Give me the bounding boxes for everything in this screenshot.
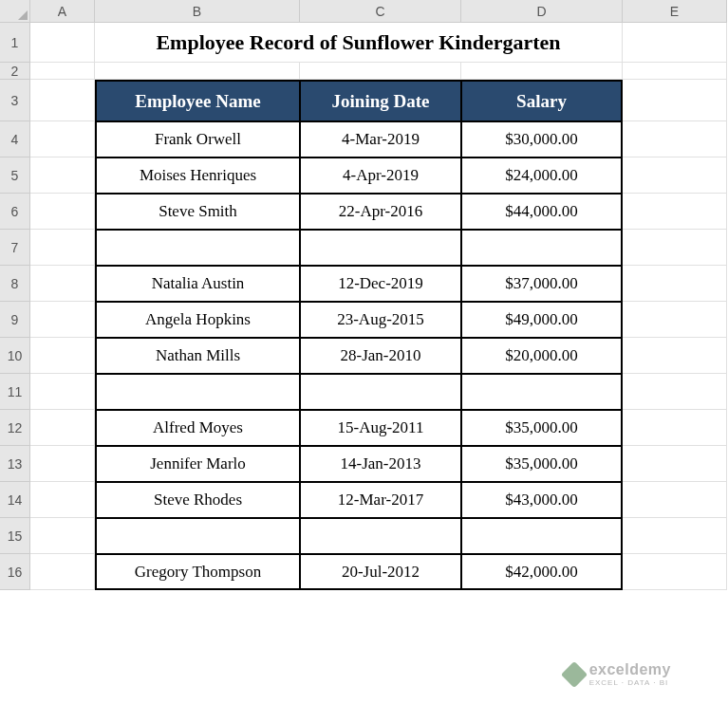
cell-E12[interactable] bbox=[623, 410, 727, 446]
cell-E3[interactable] bbox=[623, 80, 727, 121]
cell-salary[interactable]: $35,000.00 bbox=[461, 446, 623, 482]
row-header-3[interactable]: 3 bbox=[0, 80, 30, 121]
cell-E1[interactable] bbox=[623, 23, 727, 63]
cell-joining-date[interactable]: 20-Jul-2012 bbox=[300, 554, 461, 590]
col-header-C[interactable]: C bbox=[300, 0, 461, 23]
cell-D2[interactable] bbox=[461, 63, 623, 80]
cell-E6[interactable] bbox=[623, 194, 727, 230]
cell-A11[interactable] bbox=[30, 374, 95, 410]
cell-joining-date[interactable]: 14-Jan-2013 bbox=[300, 446, 461, 482]
cell-joining-date[interactable]: 22-Apr-2016 bbox=[300, 194, 461, 230]
row-header-9[interactable]: 9 bbox=[0, 302, 30, 338]
cell-salary[interactable]: $37,000.00 bbox=[461, 266, 623, 302]
cell-joining-date[interactable] bbox=[300, 374, 461, 410]
title-cell[interactable]: Employee Record of Sunflower Kindergarte… bbox=[95, 23, 623, 63]
cell-employee-name[interactable]: Nathan Mills bbox=[95, 338, 300, 374]
cell-joining-date[interactable]: 15-Aug-2011 bbox=[300, 410, 461, 446]
cell-E4[interactable] bbox=[623, 121, 727, 157]
cell-salary[interactable] bbox=[461, 374, 623, 410]
cell-employee-name[interactable]: Steve Smith bbox=[95, 194, 300, 230]
cell-E8[interactable] bbox=[623, 266, 727, 302]
cell-salary[interactable] bbox=[461, 518, 623, 554]
cell-salary[interactable]: $35,000.00 bbox=[461, 410, 623, 446]
cell-A3[interactable] bbox=[30, 80, 95, 121]
cell-employee-name[interactable]: Gregory Thompson bbox=[95, 554, 300, 590]
row-header-15[interactable]: 15 bbox=[0, 518, 30, 554]
cell-joining-date[interactable]: 4-Apr-2019 bbox=[300, 157, 461, 194]
cell-joining-date[interactable]: 28-Jan-2010 bbox=[300, 338, 461, 374]
cell-salary[interactable]: $20,000.00 bbox=[461, 338, 623, 374]
cell-employee-name[interactable]: Alfred Moyes bbox=[95, 410, 300, 446]
cell-E2[interactable] bbox=[623, 63, 727, 80]
cell-joining-date[interactable]: 12-Dec-2019 bbox=[300, 266, 461, 302]
col-header-E[interactable]: E bbox=[623, 0, 727, 23]
cell-A13[interactable] bbox=[30, 446, 95, 482]
col-header-A[interactable]: A bbox=[30, 0, 95, 23]
cell-salary[interactable] bbox=[461, 230, 623, 266]
cell-joining-date[interactable]: 23-Aug-2015 bbox=[300, 302, 461, 338]
cell-salary[interactable]: $43,000.00 bbox=[461, 482, 623, 518]
cell-A7[interactable] bbox=[30, 230, 95, 266]
row-header-5[interactable]: 5 bbox=[0, 157, 30, 194]
cell-employee-name[interactable]: Moises Henriques bbox=[95, 157, 300, 194]
cell-joining-date[interactable] bbox=[300, 518, 461, 554]
cell-E11[interactable] bbox=[623, 374, 727, 410]
cell-E10[interactable] bbox=[623, 338, 727, 374]
cell-E13[interactable] bbox=[623, 446, 727, 482]
cell-E14[interactable] bbox=[623, 482, 727, 518]
cell-employee-name[interactable] bbox=[95, 518, 300, 554]
cell-salary[interactable]: $24,000.00 bbox=[461, 157, 623, 194]
row-header-7[interactable]: 7 bbox=[0, 230, 30, 266]
cell-employee-name[interactable]: Steve Rhodes bbox=[95, 482, 300, 518]
row-header-12[interactable]: 12 bbox=[0, 410, 30, 446]
row-header-10[interactable]: 10 bbox=[0, 338, 30, 374]
col-header-B[interactable]: B bbox=[95, 0, 300, 23]
cell-E9[interactable] bbox=[623, 302, 727, 338]
cell-employee-name[interactable] bbox=[95, 230, 300, 266]
cell-A12[interactable] bbox=[30, 410, 95, 446]
cell-B2[interactable] bbox=[95, 63, 300, 80]
cell-employee-name[interactable]: Angela Hopkins bbox=[95, 302, 300, 338]
row-header-4[interactable]: 4 bbox=[0, 121, 30, 157]
cell-A10[interactable] bbox=[30, 338, 95, 374]
cell-salary[interactable]: $30,000.00 bbox=[461, 121, 623, 157]
cell-employee-name[interactable]: Natalia Austin bbox=[95, 266, 300, 302]
cell-salary[interactable]: $49,000.00 bbox=[461, 302, 623, 338]
cell-A15[interactable] bbox=[30, 518, 95, 554]
row-header-2[interactable]: 2 bbox=[0, 63, 30, 80]
cell-A16[interactable] bbox=[30, 554, 95, 590]
cell-A6[interactable] bbox=[30, 194, 95, 230]
cell-A9[interactable] bbox=[30, 302, 95, 338]
cell-C2[interactable] bbox=[300, 63, 461, 80]
cell-E7[interactable] bbox=[623, 230, 727, 266]
cell-E5[interactable] bbox=[623, 157, 727, 194]
cell-salary[interactable]: $42,000.00 bbox=[461, 554, 623, 590]
cell-A1[interactable] bbox=[30, 23, 95, 63]
cell-A5[interactable] bbox=[30, 157, 95, 194]
cell-employee-name[interactable] bbox=[95, 374, 300, 410]
row-header-11[interactable]: 11 bbox=[0, 374, 30, 410]
cell-A2[interactable] bbox=[30, 63, 95, 80]
row-header-16[interactable]: 16 bbox=[0, 554, 30, 590]
header-salary[interactable]: Salary bbox=[461, 80, 623, 121]
cell-joining-date[interactable]: 4-Mar-2019 bbox=[300, 121, 461, 157]
row-header-8[interactable]: 8 bbox=[0, 266, 30, 302]
row-header-6[interactable]: 6 bbox=[0, 194, 30, 230]
row-header-14[interactable]: 14 bbox=[0, 482, 30, 518]
header-employee-name[interactable]: Employee Name bbox=[95, 80, 300, 121]
row-header-1[interactable]: 1 bbox=[0, 23, 30, 63]
cell-E16[interactable] bbox=[623, 554, 727, 590]
cell-salary[interactable]: $44,000.00 bbox=[461, 194, 623, 230]
cell-employee-name[interactable]: Frank Orwell bbox=[95, 121, 300, 157]
cell-joining-date[interactable] bbox=[300, 230, 461, 266]
cell-E15[interactable] bbox=[623, 518, 727, 554]
row-header-13[interactable]: 13 bbox=[0, 446, 30, 482]
header-joining-date[interactable]: Joining Date bbox=[300, 80, 461, 121]
cell-employee-name[interactable]: Jennifer Marlo bbox=[95, 446, 300, 482]
cell-A4[interactable] bbox=[30, 121, 95, 157]
select-all-corner[interactable] bbox=[0, 0, 30, 23]
cell-A8[interactable] bbox=[30, 266, 95, 302]
cell-A14[interactable] bbox=[30, 482, 95, 518]
col-header-D[interactable]: D bbox=[461, 0, 623, 23]
cell-joining-date[interactable]: 12-Mar-2017 bbox=[300, 482, 461, 518]
